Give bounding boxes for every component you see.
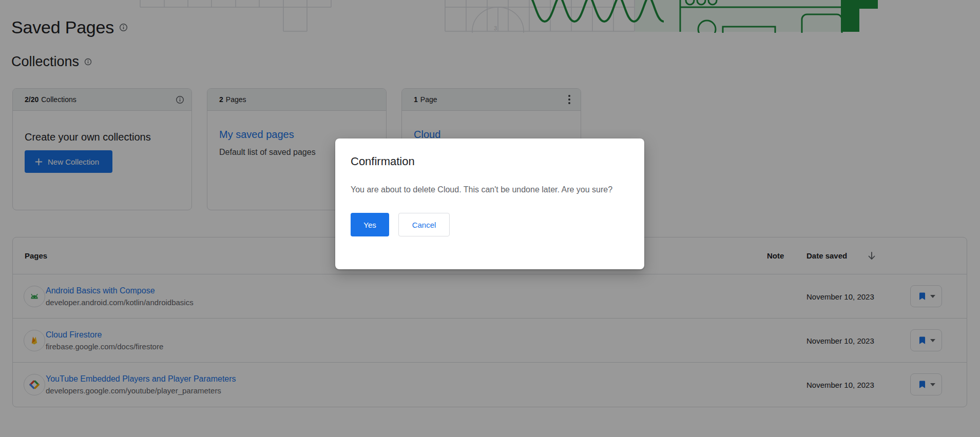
yes-button[interactable]: Yes [351, 213, 389, 236]
dialog-title: Confirmation [351, 155, 629, 168]
cancel-button[interactable]: Cancel [398, 213, 450, 236]
saved-pages-screen: 3 Saved Pages Collectio [0, 0, 980, 437]
confirmation-dialog: Confirmation You are about to delete Clo… [335, 138, 644, 269]
dialog-actions: Yes Cancel [351, 213, 629, 236]
dialog-message: You are about to delete Cloud. This can'… [351, 183, 623, 196]
